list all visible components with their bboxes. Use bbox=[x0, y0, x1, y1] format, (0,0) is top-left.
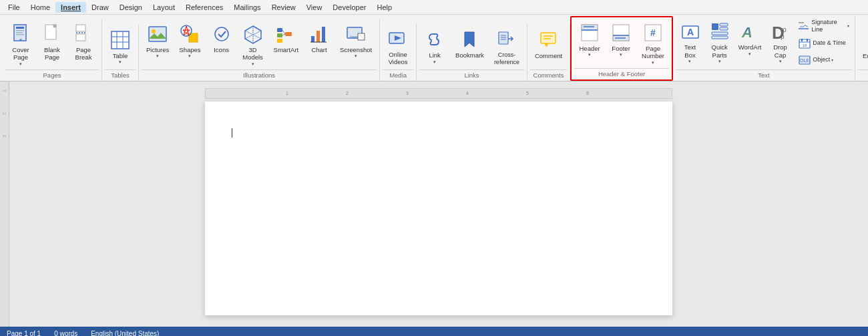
screenshot-arrow: ▾ bbox=[355, 53, 357, 58]
menu-review[interactable]: Review bbox=[266, 2, 301, 13]
page-number-label: PageNumber bbox=[642, 45, 664, 60]
equation-button[interactable]: π Equation ▾ bbox=[858, 26, 868, 66]
menu-layout[interactable]: Layout bbox=[148, 2, 180, 13]
icons-button[interactable]: Icons bbox=[206, 20, 237, 55]
smartart-label: SmartArt bbox=[274, 46, 298, 53]
doc-scroll-area[interactable]: 1 2 3 4 5 6 bbox=[9, 81, 868, 327]
pictures-arrow: ▾ bbox=[156, 53, 159, 58]
3d-models-icon bbox=[242, 23, 264, 45]
date-time-icon: 18 bbox=[798, 37, 811, 50]
date-time-label: Date & Time bbox=[813, 39, 846, 47]
ribbon-group-media: OnlineVideos Media bbox=[380, 23, 417, 81]
page-break-icon bbox=[73, 23, 94, 45]
svg-rect-4 bbox=[16, 34, 24, 35]
pictures-button[interactable]: Pictures ▾ bbox=[142, 20, 174, 60]
language: English (United States) bbox=[91, 330, 159, 336]
shapes-icon bbox=[179, 23, 200, 45]
menu-draw[interactable]: Draw bbox=[86, 2, 114, 13]
menu-help[interactable]: Help bbox=[372, 2, 398, 13]
svg-marker-48 bbox=[544, 43, 548, 47]
cover-page-button[interactable]: ▼ CoverPage ▾ bbox=[5, 20, 36, 68]
svg-text:▼: ▼ bbox=[19, 38, 23, 42]
page-number-icon: # bbox=[642, 22, 664, 43]
footer-button[interactable]: Footer ▾ bbox=[606, 19, 636, 59]
svg-rect-64 bbox=[720, 23, 728, 26]
menu-references[interactable]: References bbox=[180, 2, 228, 13]
comment-button[interactable]: Comment bbox=[530, 26, 567, 61]
text-box-arrow: ▾ bbox=[688, 59, 691, 63]
svg-rect-66 bbox=[712, 32, 728, 35]
blank-page-button[interactable]: BlankPage bbox=[37, 20, 67, 63]
svg-point-20 bbox=[215, 27, 228, 41]
svg-rect-2 bbox=[16, 30, 24, 31]
svg-text:18: 18 bbox=[803, 43, 807, 47]
chart-button[interactable]: Chart bbox=[304, 20, 335, 55]
svg-rect-30 bbox=[285, 32, 292, 36]
svg-point-16 bbox=[152, 29, 156, 33]
menu-home[interactable]: Home bbox=[25, 2, 55, 13]
ribbon-group-tables: Table ▾ Tables bbox=[102, 25, 139, 81]
3d-models-arrow: ▾ bbox=[252, 61, 254, 66]
drop-cap-icon: Drop bbox=[770, 21, 791, 42]
svg-text:p: p bbox=[781, 33, 785, 40]
screenshot-button[interactable]: Screenshot ▾ bbox=[335, 20, 377, 60]
header-button[interactable]: Header ▾ bbox=[574, 19, 605, 59]
signature-line-icon bbox=[798, 19, 810, 33]
screenshot-label: Screenshot bbox=[340, 46, 372, 53]
link-label: Link bbox=[429, 51, 440, 59]
menu-file[interactable]: File bbox=[3, 2, 25, 13]
status-bar: Page 1 of 1 0 words English (United Stat… bbox=[0, 327, 868, 336]
link-button[interactable]: Link ▾ bbox=[419, 25, 450, 65]
object-button[interactable]: OLE Object ▾ bbox=[795, 52, 852, 68]
smartart-button[interactable]: SmartArt bbox=[269, 20, 303, 55]
menu-developer[interactable]: Developer bbox=[327, 2, 371, 13]
svg-rect-10 bbox=[112, 31, 129, 49]
pages-group-label: Pages bbox=[5, 69, 99, 81]
wordart-button[interactable]: A WordArt ▾ bbox=[734, 17, 765, 57]
pictures-icon bbox=[147, 23, 168, 45]
cover-page-icon: ▼ bbox=[10, 23, 31, 45]
shapes-button[interactable]: Shapes ▾ bbox=[174, 20, 205, 60]
equation-icon: π bbox=[865, 29, 868, 51]
header-arrow: ▾ bbox=[588, 52, 591, 57]
cross-reference-label: Cross-reference bbox=[494, 51, 519, 66]
bookmark-icon bbox=[459, 29, 480, 50]
document-page[interactable] bbox=[205, 102, 672, 315]
svg-rect-1 bbox=[16, 27, 24, 29]
bookmark-button[interactable]: Bookmark bbox=[451, 25, 489, 61]
signature-line-button[interactable]: Signature Line ▾ bbox=[795, 17, 852, 35]
date-time-button[interactable]: 18 Date & Time bbox=[795, 35, 852, 51]
svg-marker-42 bbox=[465, 32, 474, 47]
link-icon bbox=[424, 29, 445, 50]
document-area: 1 2 3 1 2 3 4 5 6 bbox=[0, 81, 868, 327]
wordart-arrow: ▾ bbox=[748, 51, 751, 56]
horizontal-ruler: 1 2 3 4 5 6 bbox=[205, 88, 672, 99]
cross-reference-button[interactable]: Cross-reference bbox=[489, 25, 524, 68]
header-label: Header bbox=[580, 45, 600, 52]
table-button[interactable]: Table ▾ bbox=[105, 26, 136, 66]
page-break-button[interactable]: PageBreak bbox=[68, 20, 99, 63]
menu-insert[interactable]: Insert bbox=[55, 2, 86, 13]
menu-mailings[interactable]: Mailings bbox=[228, 2, 266, 13]
svg-marker-19 bbox=[183, 26, 190, 35]
cover-page-arrow: ▾ bbox=[19, 61, 22, 66]
ribbon-group-pages: ▼ CoverPage ▾ BlankPage PageBreak bbox=[3, 19, 102, 81]
ribbon-group-links: Link ▾ Bookmark Cross-reference Links bbox=[417, 24, 527, 81]
chart-label: Chart bbox=[311, 46, 327, 53]
svg-text:OLE: OLE bbox=[800, 58, 809, 63]
text-box-button[interactable]: A TextBox ▾ bbox=[676, 17, 704, 65]
quick-parts-arrow: ▾ bbox=[718, 59, 721, 63]
menu-design[interactable]: Design bbox=[114, 2, 148, 13]
online-videos-button[interactable]: OnlineVideos bbox=[383, 25, 413, 68]
media-group-label: Media bbox=[383, 69, 413, 81]
text-cursor bbox=[232, 128, 232, 138]
quick-parts-button[interactable]: QuickParts ▾ bbox=[705, 17, 734, 65]
3d-models-button[interactable]: 3DModels ▾ bbox=[238, 20, 268, 68]
menu-view[interactable]: View bbox=[301, 2, 328, 13]
comment-label: Comment bbox=[535, 52, 562, 59]
page-number-button[interactable]: # PageNumber ▾ bbox=[637, 19, 669, 67]
wordart-icon: A bbox=[739, 21, 761, 42]
svg-rect-65 bbox=[720, 27, 728, 30]
drop-cap-button[interactable]: Drop DropCap ▾ bbox=[766, 17, 795, 65]
page-number-arrow: ▾ bbox=[652, 60, 654, 65]
